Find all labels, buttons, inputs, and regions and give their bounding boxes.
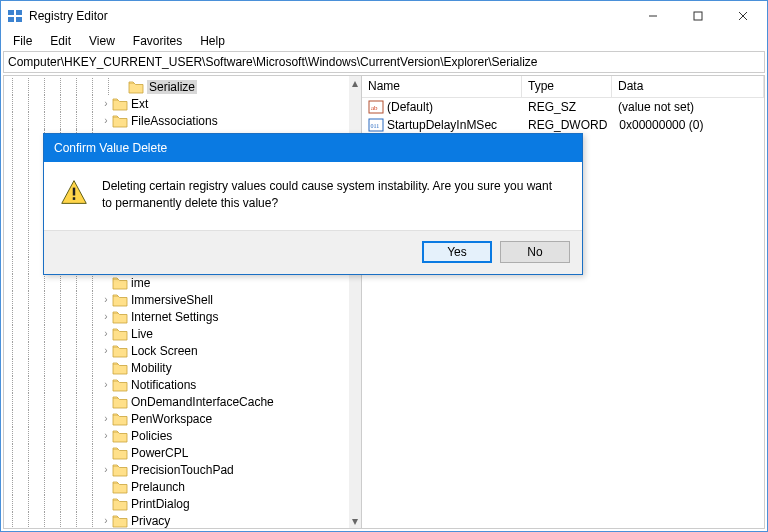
expand-icon[interactable]: › — [100, 98, 112, 109]
svg-rect-2 — [8, 17, 14, 22]
svg-rect-0 — [8, 10, 14, 15]
tree-node[interactable]: ›FileAssociations — [4, 112, 349, 129]
svg-rect-3 — [16, 17, 22, 22]
tree-node[interactable]: ›Internet Settings — [4, 308, 349, 325]
folder-icon — [112, 463, 128, 477]
scroll-up-icon[interactable]: ▴ — [349, 76, 361, 90]
col-data[interactable]: Data — [612, 76, 764, 97]
tree-node[interactable]: Prelaunch — [4, 478, 349, 495]
tree-node[interactable]: ›Ext — [4, 95, 349, 112]
folder-icon — [112, 310, 128, 324]
svg-rect-5 — [694, 12, 702, 20]
tree-node[interactable]: ime — [4, 274, 349, 291]
address-bar[interactable]: Computer\HKEY_CURRENT_USER\Software\Micr… — [3, 51, 765, 73]
tree-node[interactable]: PowerCPL — [4, 444, 349, 461]
svg-rect-13 — [73, 188, 75, 196]
tree-node[interactable]: Mobility — [4, 359, 349, 376]
folder-icon — [128, 80, 144, 94]
expand-icon[interactable]: › — [100, 379, 112, 390]
expand-icon[interactable]: › — [100, 328, 112, 339]
tree-node[interactable]: ›Live — [4, 325, 349, 342]
expand-icon[interactable]: › — [100, 294, 112, 305]
menubar: File Edit View Favorites Help — [1, 31, 767, 51]
value-data: (value not set) — [612, 100, 764, 114]
no-button[interactable]: No — [500, 241, 570, 263]
tree-label: PenWorkspace — [131, 412, 212, 426]
tree-label: Mobility — [131, 361, 172, 375]
folder-icon — [112, 114, 128, 128]
folder-icon — [112, 293, 128, 307]
value-type: REG_SZ — [522, 100, 612, 114]
tree-label: Notifications — [131, 378, 196, 392]
folder-icon — [112, 514, 128, 528]
expand-icon[interactable]: › — [100, 515, 112, 526]
tree-label: ime — [131, 276, 150, 290]
tree-label: ImmersiveShell — [131, 293, 213, 307]
value-name: (Default) — [387, 100, 433, 114]
folder-icon — [112, 429, 128, 443]
tree-label: Live — [131, 327, 153, 341]
list-header[interactable]: Name Type Data — [362, 76, 764, 98]
menu-view[interactable]: View — [81, 32, 123, 50]
folder-icon — [112, 480, 128, 494]
tree-label: PrintDialog — [131, 497, 190, 511]
dialog-message: Deleting certain registry values could c… — [102, 178, 564, 212]
value-icon: ab — [368, 99, 384, 115]
col-name[interactable]: Name — [362, 76, 522, 97]
folder-icon — [112, 97, 128, 111]
window-title: Registry Editor — [29, 9, 108, 23]
value-name: StartupDelayInMSec — [387, 118, 497, 132]
col-type[interactable]: Type — [522, 76, 612, 97]
tree-label: Prelaunch — [131, 480, 185, 494]
expand-icon[interactable]: › — [100, 115, 112, 126]
maximize-button[interactable] — [675, 2, 720, 30]
close-button[interactable] — [720, 2, 765, 30]
folder-icon — [112, 395, 128, 409]
list-row[interactable]: 011StartupDelayInMSecREG_DWORD0x00000000… — [362, 116, 764, 134]
expand-icon[interactable]: › — [100, 464, 112, 475]
value-data: 0x00000000 (0) — [613, 118, 764, 132]
minimize-button[interactable] — [630, 2, 675, 30]
warning-icon — [60, 178, 88, 212]
tree-node[interactable]: Serialize — [4, 78, 349, 95]
menu-favorites[interactable]: Favorites — [125, 32, 190, 50]
svg-text:ab: ab — [371, 104, 378, 112]
tree-node[interactable]: ›Notifications — [4, 376, 349, 393]
expand-icon[interactable]: › — [100, 413, 112, 424]
folder-icon — [112, 361, 128, 375]
value-icon: 011 — [368, 117, 384, 133]
tree-node[interactable]: PrintDialog — [4, 495, 349, 512]
list-row[interactable]: ab(Default)REG_SZ(value not set) — [362, 98, 764, 116]
tree-node[interactable]: ›ImmersiveShell — [4, 291, 349, 308]
folder-icon — [112, 497, 128, 511]
folder-icon — [112, 276, 128, 290]
menu-help[interactable]: Help — [192, 32, 233, 50]
expand-icon[interactable]: › — [100, 345, 112, 356]
titlebar: Registry Editor — [1, 1, 767, 31]
tree-node[interactable]: ›PrecisionTouchPad — [4, 461, 349, 478]
tree-node[interactable]: ›PenWorkspace — [4, 410, 349, 427]
tree-label: Serialize — [147, 80, 197, 94]
tree-label: OnDemandInterfaceCache — [131, 395, 274, 409]
regedit-icon — [7, 8, 23, 24]
folder-icon — [112, 412, 128, 426]
scroll-down-icon[interactable]: ▾ — [349, 514, 361, 528]
menu-file[interactable]: File — [5, 32, 40, 50]
tree-node[interactable]: ›Privacy — [4, 512, 349, 528]
tree-label: Internet Settings — [131, 310, 218, 324]
tree-node[interactable]: OnDemandInterfaceCache — [4, 393, 349, 410]
expand-icon[interactable]: › — [100, 430, 112, 441]
svg-rect-1 — [16, 10, 22, 15]
tree-node[interactable]: ›Lock Screen — [4, 342, 349, 359]
dialog-title: Confirm Value Delete — [44, 134, 582, 162]
tree-label: Policies — [131, 429, 172, 443]
folder-icon — [112, 378, 128, 392]
tree-node[interactable]: ›Policies — [4, 427, 349, 444]
menu-edit[interactable]: Edit — [42, 32, 79, 50]
value-type: REG_DWORD — [522, 118, 613, 132]
tree-label: PowerCPL — [131, 446, 188, 460]
folder-icon — [112, 327, 128, 341]
yes-button[interactable]: Yes — [422, 241, 492, 263]
expand-icon[interactable]: › — [100, 311, 112, 322]
list-rows: ab(Default)REG_SZ(value not set)011Start… — [362, 98, 764, 134]
